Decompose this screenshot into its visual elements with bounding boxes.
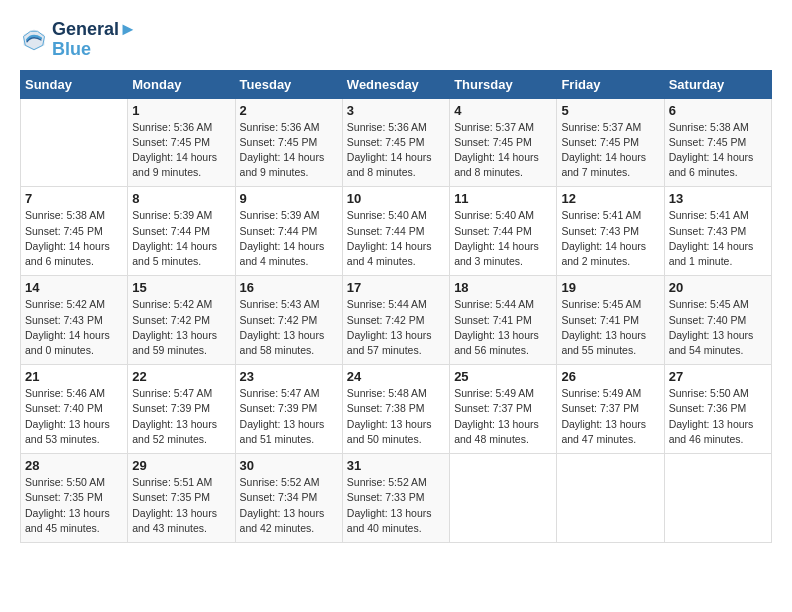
day-cell: 31Sunrise: 5:52 AM Sunset: 7:33 PM Dayli… <box>342 454 449 543</box>
day-number: 30 <box>240 458 338 473</box>
day-info: Sunrise: 5:45 AM Sunset: 7:40 PM Dayligh… <box>669 297 767 358</box>
col-header-thursday: Thursday <box>450 70 557 98</box>
logo-icon <box>20 26 48 54</box>
day-cell: 15Sunrise: 5:42 AM Sunset: 7:42 PM Dayli… <box>128 276 235 365</box>
day-number: 31 <box>347 458 445 473</box>
day-cell: 28Sunrise: 5:50 AM Sunset: 7:35 PM Dayli… <box>21 454 128 543</box>
day-info: Sunrise: 5:49 AM Sunset: 7:37 PM Dayligh… <box>561 386 659 447</box>
day-info: Sunrise: 5:42 AM Sunset: 7:42 PM Dayligh… <box>132 297 230 358</box>
day-info: Sunrise: 5:42 AM Sunset: 7:43 PM Dayligh… <box>25 297 123 358</box>
logo-text: General► Blue <box>52 20 137 60</box>
day-info: Sunrise: 5:39 AM Sunset: 7:44 PM Dayligh… <box>240 208 338 269</box>
day-number: 3 <box>347 103 445 118</box>
day-cell <box>21 98 128 187</box>
day-info: Sunrise: 5:45 AM Sunset: 7:41 PM Dayligh… <box>561 297 659 358</box>
day-number: 1 <box>132 103 230 118</box>
day-number: 6 <box>669 103 767 118</box>
day-number: 10 <box>347 191 445 206</box>
day-cell: 18Sunrise: 5:44 AM Sunset: 7:41 PM Dayli… <box>450 276 557 365</box>
day-cell: 13Sunrise: 5:41 AM Sunset: 7:43 PM Dayli… <box>664 187 771 276</box>
week-row-3: 14Sunrise: 5:42 AM Sunset: 7:43 PM Dayli… <box>21 276 772 365</box>
day-info: Sunrise: 5:51 AM Sunset: 7:35 PM Dayligh… <box>132 475 230 536</box>
day-number: 27 <box>669 369 767 384</box>
day-cell: 1Sunrise: 5:36 AM Sunset: 7:45 PM Daylig… <box>128 98 235 187</box>
day-info: Sunrise: 5:48 AM Sunset: 7:38 PM Dayligh… <box>347 386 445 447</box>
day-number: 7 <box>25 191 123 206</box>
day-cell: 4Sunrise: 5:37 AM Sunset: 7:45 PM Daylig… <box>450 98 557 187</box>
day-cell: 14Sunrise: 5:42 AM Sunset: 7:43 PM Dayli… <box>21 276 128 365</box>
day-number: 23 <box>240 369 338 384</box>
week-row-1: 1Sunrise: 5:36 AM Sunset: 7:45 PM Daylig… <box>21 98 772 187</box>
day-cell: 11Sunrise: 5:40 AM Sunset: 7:44 PM Dayli… <box>450 187 557 276</box>
col-header-monday: Monday <box>128 70 235 98</box>
col-header-friday: Friday <box>557 70 664 98</box>
day-number: 18 <box>454 280 552 295</box>
day-cell: 27Sunrise: 5:50 AM Sunset: 7:36 PM Dayli… <box>664 365 771 454</box>
calendar-body: 1Sunrise: 5:36 AM Sunset: 7:45 PM Daylig… <box>21 98 772 542</box>
day-number: 4 <box>454 103 552 118</box>
day-cell: 25Sunrise: 5:49 AM Sunset: 7:37 PM Dayli… <box>450 365 557 454</box>
day-cell: 23Sunrise: 5:47 AM Sunset: 7:39 PM Dayli… <box>235 365 342 454</box>
day-number: 20 <box>669 280 767 295</box>
day-info: Sunrise: 5:52 AM Sunset: 7:34 PM Dayligh… <box>240 475 338 536</box>
day-cell: 2Sunrise: 5:36 AM Sunset: 7:45 PM Daylig… <box>235 98 342 187</box>
day-cell: 19Sunrise: 5:45 AM Sunset: 7:41 PM Dayli… <box>557 276 664 365</box>
day-cell <box>664 454 771 543</box>
day-info: Sunrise: 5:47 AM Sunset: 7:39 PM Dayligh… <box>132 386 230 447</box>
day-info: Sunrise: 5:40 AM Sunset: 7:44 PM Dayligh… <box>347 208 445 269</box>
header-row: SundayMondayTuesdayWednesdayThursdayFrid… <box>21 70 772 98</box>
day-cell: 17Sunrise: 5:44 AM Sunset: 7:42 PM Dayli… <box>342 276 449 365</box>
day-info: Sunrise: 5:36 AM Sunset: 7:45 PM Dayligh… <box>132 120 230 181</box>
col-header-wednesday: Wednesday <box>342 70 449 98</box>
day-info: Sunrise: 5:41 AM Sunset: 7:43 PM Dayligh… <box>669 208 767 269</box>
day-number: 26 <box>561 369 659 384</box>
day-cell: 26Sunrise: 5:49 AM Sunset: 7:37 PM Dayli… <box>557 365 664 454</box>
day-number: 28 <box>25 458 123 473</box>
day-info: Sunrise: 5:46 AM Sunset: 7:40 PM Dayligh… <box>25 386 123 447</box>
day-cell: 22Sunrise: 5:47 AM Sunset: 7:39 PM Dayli… <box>128 365 235 454</box>
day-cell: 30Sunrise: 5:52 AM Sunset: 7:34 PM Dayli… <box>235 454 342 543</box>
day-number: 29 <box>132 458 230 473</box>
day-number: 5 <box>561 103 659 118</box>
day-info: Sunrise: 5:50 AM Sunset: 7:35 PM Dayligh… <box>25 475 123 536</box>
day-number: 17 <box>347 280 445 295</box>
day-info: Sunrise: 5:49 AM Sunset: 7:37 PM Dayligh… <box>454 386 552 447</box>
day-info: Sunrise: 5:39 AM Sunset: 7:44 PM Dayligh… <box>132 208 230 269</box>
day-number: 16 <box>240 280 338 295</box>
day-number: 22 <box>132 369 230 384</box>
day-info: Sunrise: 5:52 AM Sunset: 7:33 PM Dayligh… <box>347 475 445 536</box>
week-row-4: 21Sunrise: 5:46 AM Sunset: 7:40 PM Dayli… <box>21 365 772 454</box>
day-number: 15 <box>132 280 230 295</box>
day-info: Sunrise: 5:38 AM Sunset: 7:45 PM Dayligh… <box>25 208 123 269</box>
day-info: Sunrise: 5:38 AM Sunset: 7:45 PM Dayligh… <box>669 120 767 181</box>
day-number: 12 <box>561 191 659 206</box>
logo: General► Blue <box>20 20 137 60</box>
day-cell <box>557 454 664 543</box>
day-info: Sunrise: 5:44 AM Sunset: 7:41 PM Dayligh… <box>454 297 552 358</box>
col-header-sunday: Sunday <box>21 70 128 98</box>
day-info: Sunrise: 5:47 AM Sunset: 7:39 PM Dayligh… <box>240 386 338 447</box>
calendar-table: SundayMondayTuesdayWednesdayThursdayFrid… <box>20 70 772 543</box>
day-number: 21 <box>25 369 123 384</box>
day-cell: 7Sunrise: 5:38 AM Sunset: 7:45 PM Daylig… <box>21 187 128 276</box>
day-cell: 24Sunrise: 5:48 AM Sunset: 7:38 PM Dayli… <box>342 365 449 454</box>
day-info: Sunrise: 5:37 AM Sunset: 7:45 PM Dayligh… <box>561 120 659 181</box>
day-number: 13 <box>669 191 767 206</box>
page-header: General► Blue <box>20 20 772 60</box>
day-number: 9 <box>240 191 338 206</box>
day-info: Sunrise: 5:36 AM Sunset: 7:45 PM Dayligh… <box>347 120 445 181</box>
col-header-tuesday: Tuesday <box>235 70 342 98</box>
day-cell: 12Sunrise: 5:41 AM Sunset: 7:43 PM Dayli… <box>557 187 664 276</box>
day-info: Sunrise: 5:36 AM Sunset: 7:45 PM Dayligh… <box>240 120 338 181</box>
day-number: 24 <box>347 369 445 384</box>
day-cell: 6Sunrise: 5:38 AM Sunset: 7:45 PM Daylig… <box>664 98 771 187</box>
day-cell: 16Sunrise: 5:43 AM Sunset: 7:42 PM Dayli… <box>235 276 342 365</box>
day-info: Sunrise: 5:50 AM Sunset: 7:36 PM Dayligh… <box>669 386 767 447</box>
day-cell <box>450 454 557 543</box>
calendar-header: SundayMondayTuesdayWednesdayThursdayFrid… <box>21 70 772 98</box>
day-cell: 8Sunrise: 5:39 AM Sunset: 7:44 PM Daylig… <box>128 187 235 276</box>
day-cell: 9Sunrise: 5:39 AM Sunset: 7:44 PM Daylig… <box>235 187 342 276</box>
day-number: 25 <box>454 369 552 384</box>
day-number: 11 <box>454 191 552 206</box>
week-row-5: 28Sunrise: 5:50 AM Sunset: 7:35 PM Dayli… <box>21 454 772 543</box>
